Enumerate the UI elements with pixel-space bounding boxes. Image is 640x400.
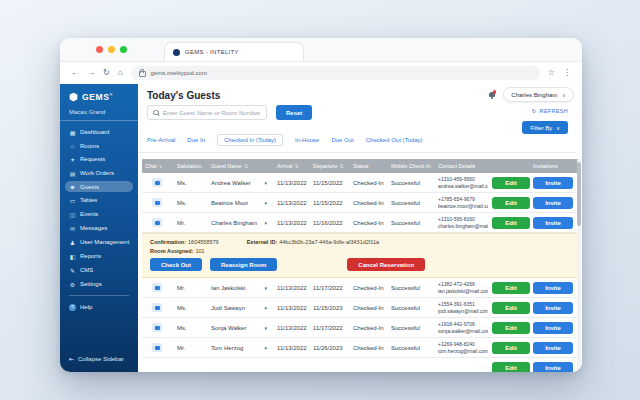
arrival-cell: 11/13/2022: [274, 285, 310, 291]
edit-button[interactable]: Edit: [492, 302, 530, 314]
invite-button[interactable]: Invite: [533, 177, 573, 189]
sidebar-item-label: Rooms: [80, 143, 99, 149]
forward-icon[interactable]: →: [87, 69, 95, 77]
edit-button[interactable]: Edit: [492, 322, 530, 334]
cancel-reservation-button[interactable]: Cancel Reservation: [347, 258, 425, 271]
tab-in-house[interactable]: In-House: [295, 135, 319, 145]
column-header-guest-name[interactable]: Guest Name⇅: [208, 163, 274, 169]
chat-icon[interactable]: [152, 323, 162, 332]
invite-button[interactable]: Invite: [533, 362, 573, 373]
sidebar-item-user-management[interactable]: ♟User Management: [65, 236, 133, 248]
reset-button[interactable]: Reset: [276, 105, 312, 120]
sidebar-item-label: Help: [80, 304, 92, 310]
work-orders-icon: ▤: [69, 170, 76, 177]
browser-window: GEMS - INTELITY ← → ↻ ⌂ gems.intelitypod…: [60, 38, 582, 372]
notifications-bell-icon[interactable]: [487, 90, 496, 99]
cms-icon: ✎: [69, 267, 76, 274]
maximize-window-button[interactable]: [120, 46, 127, 53]
filter-by-button[interactable]: Filter By ∨: [522, 121, 568, 134]
guest-name-cell: Tom Herzog▾: [208, 345, 274, 351]
column-header-departure[interactable]: Departure⇅: [310, 163, 350, 169]
scrollbar-thumb[interactable]: [577, 162, 581, 226]
chat-icon[interactable]: [152, 178, 162, 187]
table-row: Ms.Andrea Walker▾11/13/202211/15/2022Che…: [142, 173, 578, 193]
status-cell: Checked-In: [350, 325, 388, 331]
sidebar-item-help[interactable]: ? Help: [65, 301, 133, 313]
sidebar-item-tables[interactable]: ▭Tables: [65, 194, 133, 206]
invite-button[interactable]: Invite: [533, 322, 573, 334]
row-expand-caret-icon[interactable]: ▾: [264, 345, 267, 351]
sidebar-item-cms[interactable]: ✎CMS: [65, 264, 133, 276]
reload-icon[interactable]: ↻: [103, 69, 110, 77]
sort-icon: ⇅: [244, 163, 248, 169]
edit-button[interactable]: Edit: [492, 177, 530, 189]
status-cell: Checked-In: [350, 305, 388, 311]
invite-button[interactable]: Invite: [533, 342, 573, 354]
scrollbar-track[interactable]: [577, 159, 581, 372]
room-assigned-label: Room Assigned:: [150, 248, 194, 254]
check-out-button[interactable]: Check Out: [150, 258, 202, 271]
table-row: EditInvite: [142, 358, 578, 372]
column-header-arrival[interactable]: Arrival⇅: [274, 163, 310, 169]
tab-pre-arrival[interactable]: Pre-Arrival: [147, 135, 175, 145]
edit-button[interactable]: Edit: [492, 282, 530, 294]
invite-button[interactable]: Invite: [533, 282, 573, 294]
edit-button[interactable]: Edit: [492, 217, 530, 229]
chat-icon[interactable]: [152, 303, 162, 312]
minimize-window-button[interactable]: [108, 46, 115, 53]
row-expand-caret-icon[interactable]: ▾: [264, 325, 267, 331]
user-menu[interactable]: Charles Bingham ∨: [503, 87, 574, 102]
chat-icon[interactable]: [152, 218, 162, 227]
invite-button[interactable]: Invite: [533, 197, 573, 209]
sidebar-item-work-orders[interactable]: ▤Work Orders: [65, 167, 133, 179]
browser-tab[interactable]: GEMS - INTELITY: [164, 42, 304, 61]
collapse-sidebar-button[interactable]: ⇤ Collapse Sidebar: [60, 351, 138, 366]
column-header-chat[interactable]: Chat∨: [142, 163, 174, 169]
sidebar-item-reports[interactable]: ◧Reports: [65, 250, 133, 262]
table-row: Mr.Ian Jaskolski▾11/13/202211/17/2022Che…: [142, 278, 578, 298]
sidebar-item-settings[interactable]: ⚙Settings: [65, 278, 133, 290]
chat-icon[interactable]: [152, 283, 162, 292]
sidebar-item-messages[interactable]: ✉Messages: [65, 222, 133, 234]
edit-button[interactable]: Edit: [492, 197, 530, 209]
row-expand-caret-icon[interactable]: ▾: [264, 200, 267, 206]
search-input[interactable]: [163, 110, 261, 116]
chat-icon[interactable]: [152, 198, 162, 207]
tab-due-out[interactable]: Due Out: [331, 135, 353, 145]
tab-checked-out-today[interactable]: Checked Out (Today): [366, 135, 423, 145]
app-frame: GEMS® Macau Grand ▦Dashboard⌂Rooms✦Reque…: [60, 84, 582, 372]
chat-icon[interactable]: [152, 343, 162, 352]
sidebar-item-events[interactable]: ◫Events: [65, 208, 133, 220]
reassign-room-button[interactable]: Reassign Room: [210, 258, 277, 271]
address-bar[interactable]: gems.intelitypod.com: [131, 66, 540, 80]
edit-button[interactable]: Edit: [492, 362, 530, 373]
sidebar-item-label: Reports: [80, 253, 101, 259]
refresh-link[interactable]: ↻ REFRESH: [532, 108, 568, 114]
search-icon: [153, 110, 159, 116]
sidebar-item-rooms[interactable]: ⌂Rooms: [65, 140, 133, 151]
sidebar-item-guests[interactable]: ☻Guests: [65, 181, 133, 192]
invite-button[interactable]: Invite: [533, 217, 573, 229]
guest-email: charles.bingham@mail.com: [438, 223, 488, 230]
sidebar: GEMS® Macau Grand ▦Dashboard⌂Rooms✦Reque…: [60, 84, 138, 372]
row-expand-caret-icon[interactable]: ▾: [264, 220, 267, 226]
chevron-down-icon: ∨: [562, 92, 566, 98]
invite-button[interactable]: Invite: [533, 302, 573, 314]
home-icon[interactable]: ⌂: [118, 69, 123, 77]
close-window-button[interactable]: [96, 46, 103, 53]
row-expand-caret-icon[interactable]: ▾: [264, 180, 267, 186]
sidebar-item-requests[interactable]: ✦Requests: [65, 153, 133, 165]
tab-due-in[interactable]: Due In: [187, 135, 205, 145]
row-expand-caret-icon[interactable]: ▾: [264, 305, 267, 311]
row-expand-caret-icon[interactable]: ▾: [264, 285, 267, 291]
departure-cell: 11/26/2023: [310, 345, 350, 351]
edit-button[interactable]: Edit: [492, 342, 530, 354]
browser-menu-icon[interactable]: ⋮: [563, 69, 571, 77]
back-icon[interactable]: ←: [71, 69, 79, 77]
mobile-checkin-cell: Successful: [388, 285, 435, 291]
tab-checked-in-today[interactable]: Checked In (Today): [217, 134, 283, 146]
guest-name-cell: Sonja Walker▾: [208, 325, 274, 331]
bookmark-star-icon[interactable]: ☆: [548, 69, 555, 77]
status-cell: Checked-In: [350, 200, 388, 206]
sidebar-item-dashboard[interactable]: ▦Dashboard: [65, 126, 133, 138]
